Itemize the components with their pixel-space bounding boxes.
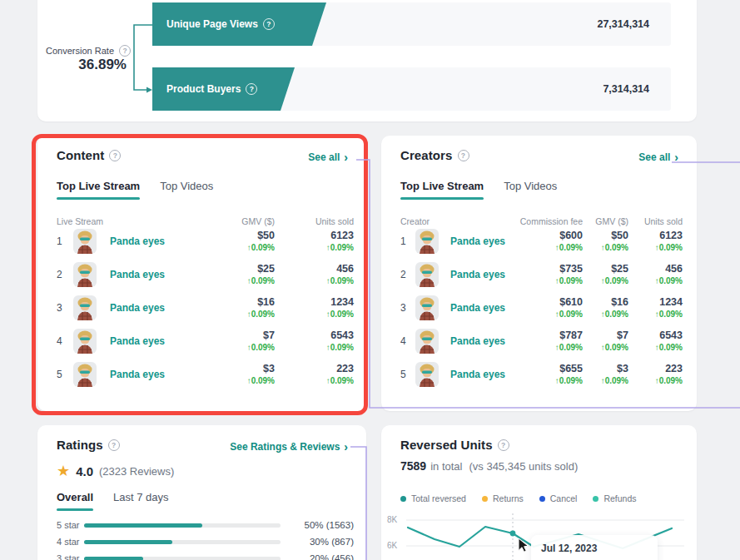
creator-link[interactable]: Panda eyes [444, 235, 512, 247]
creator-link[interactable]: Panda eyes [444, 369, 512, 380]
table-row[interactable]: 2 Panda eyes $25↑0.09% 456↑0.09% [37, 258, 366, 291]
table-row[interactable]: 3 Panda eyes $610↑0.09% $16↑0.09% 1234↑0… [381, 291, 697, 325]
tab-top-live-stream[interactable]: Top Live Stream [57, 180, 140, 200]
creators-title: Creators ? [400, 148, 469, 162]
gmv-change: ↑0.09% [583, 375, 628, 386]
table-row[interactable]: 5 Panda eyes $655↑0.09% $3↑0.09% 223↑0.0… [381, 358, 697, 391]
tab-top-videos[interactable]: Top Videos [160, 180, 213, 200]
funnel-bar-unique-page-views[interactable]: Unique Page Views ? [152, 2, 326, 46]
fee-value: $610 [512, 296, 583, 309]
gmv-value: $7 [204, 330, 275, 342]
units-value: 456 [275, 263, 354, 275]
rank: 2 [57, 269, 73, 280]
gmv-change: ↑0.09% [583, 309, 628, 320]
creator-link[interactable]: Panda eyes [444, 269, 512, 280]
creator-link[interactable]: Panda eyes [444, 302, 512, 314]
legend-dot [482, 496, 488, 502]
units-value: 456 [628, 263, 683, 275]
rank: 2 [400, 269, 415, 280]
creators-tabs: Top Live Stream Top Videos [400, 180, 557, 200]
units-change: ↑0.09% [275, 375, 354, 386]
table-row[interactable]: 5 Panda eyes $3↑0.09% 223↑0.09% [37, 358, 366, 391]
chevron-right-icon: › [674, 153, 678, 161]
chevron-right-icon: › [344, 443, 348, 451]
avatar [415, 362, 439, 387]
help-icon[interactable]: ? [263, 18, 275, 30]
help-icon[interactable]: ? [109, 150, 121, 161]
content-see-all-link[interactable]: See all› [308, 151, 348, 163]
star-bar-row: 4 star 30% (867) [57, 533, 354, 550]
see-ratings-reviews-link[interactable]: See Ratings & Reviews› [230, 441, 348, 453]
hover-point [510, 531, 516, 537]
ratings-panel: Ratings ? See Ratings & Reviews› ★ 4.0 (… [37, 425, 366, 560]
star-bar-track [84, 523, 281, 528]
y-tick: 6K [387, 541, 398, 550]
legend-item-returns[interactable]: Returns [482, 493, 524, 503]
content-table-body: 1 Panda eyes $50↑0.09% 6123↑0.09% 2 Pand… [37, 225, 366, 391]
star-bar-label: 5 star [57, 520, 82, 530]
avatar [415, 329, 439, 354]
content-item-link[interactable]: Panda eyes [103, 369, 204, 380]
content-item-link[interactable]: Panda eyes [103, 269, 204, 280]
table-row[interactable]: 1 Panda eyes $600↑0.09% $50↑0.09% 6123↑0… [381, 225, 697, 258]
content-item-link[interactable]: Panda eyes [103, 302, 204, 314]
gmv-value: $25 [583, 263, 628, 275]
ratings-tabs: Overall Last 7 days [57, 491, 169, 511]
units-value: 6123 [628, 230, 683, 242]
units-change: ↑0.09% [275, 242, 354, 253]
gmv-change: ↑0.09% [204, 242, 275, 253]
legend-item-refunds[interactable]: Refunds [593, 493, 636, 503]
y-tick: 8K [387, 515, 398, 524]
help-icon[interactable]: ? [498, 439, 509, 451]
tooltip-date: Jul 12, 2023 [541, 543, 648, 554]
gmv-change: ↑0.09% [204, 375, 275, 386]
units-value: 6543 [628, 330, 683, 342]
legend-item-total-reversed[interactable]: Total reversed [400, 493, 466, 503]
rating-review-count: (2323 Reviews) [99, 465, 174, 478]
fee-value: $735 [512, 263, 583, 275]
rank: 3 [57, 302, 73, 314]
help-icon[interactable]: ? [246, 83, 257, 95]
gmv-value: $50 [583, 230, 628, 242]
tab-last-7-days[interactable]: Last 7 days [113, 491, 169, 511]
star-bar-row: 3 star 20% (456) [57, 550, 354, 560]
funnel-bar-product-buyers[interactable]: Product Buyers ? [152, 67, 295, 111]
content-item-link[interactable]: Panda eyes [103, 335, 204, 347]
legend-item-cancel[interactable]: Cancel [539, 493, 578, 503]
avatar [73, 329, 97, 354]
rank: 1 [400, 235, 415, 247]
units-change: ↑0.09% [628, 342, 683, 353]
reversed-units-total: 7589 in total (vs 345,345 units sold) [400, 459, 578, 473]
star-distribution: 5 star 50% (1563) 4 star 30% (867) 3 sta… [57, 517, 354, 560]
tab-top-live-stream[interactable]: Top Live Stream [400, 180, 484, 200]
table-row[interactable]: 1 Panda eyes $50↑0.09% 6123↑0.09% [37, 225, 366, 258]
content-item-link[interactable]: Panda eyes [103, 235, 204, 247]
rank: 3 [400, 302, 415, 314]
content-title: Content ? [57, 148, 121, 162]
rank: 5 [400, 369, 415, 380]
creators-see-all-link[interactable]: See all› [638, 151, 678, 163]
creator-link[interactable]: Panda eyes [444, 335, 512, 347]
tab-overall[interactable]: Overall [57, 491, 93, 511]
gmv-change: ↑0.09% [204, 275, 275, 286]
help-icon[interactable]: ? [458, 150, 469, 161]
table-row[interactable]: 4 Panda eyes $7↑0.09% 6543↑0.09% [37, 325, 366, 358]
help-icon[interactable]: ? [108, 439, 120, 451]
fee-change: ↑0.09% [512, 242, 583, 253]
table-row[interactable]: 2 Panda eyes $735↑0.09% $25↑0.09% 456↑0.… [381, 258, 697, 291]
rating-summary: ★ 4.0 (2323 Reviews) [57, 463, 174, 478]
units-change: ↑0.09% [628, 375, 683, 386]
rank: 4 [400, 335, 415, 347]
tab-top-videos[interactable]: Top Videos [504, 180, 557, 200]
conversion-bracket-arrow [129, 20, 162, 100]
star-bar-fill [84, 540, 172, 544]
table-row[interactable]: 4 Panda eyes $787↑0.09% $7↑0.09% 6543↑0.… [381, 325, 697, 358]
table-row[interactable]: 3 Panda eyes $16↑0.09% 1234↑0.09% [37, 291, 366, 325]
rank: 5 [57, 369, 73, 380]
units-value: 223 [275, 363, 354, 375]
gmv-value: $16 [583, 296, 628, 309]
legend-dot [593, 496, 598, 502]
gmv-value: $7 [583, 330, 628, 342]
gmv-value: $3 [204, 363, 275, 375]
fee-value: $655 [512, 363, 583, 375]
